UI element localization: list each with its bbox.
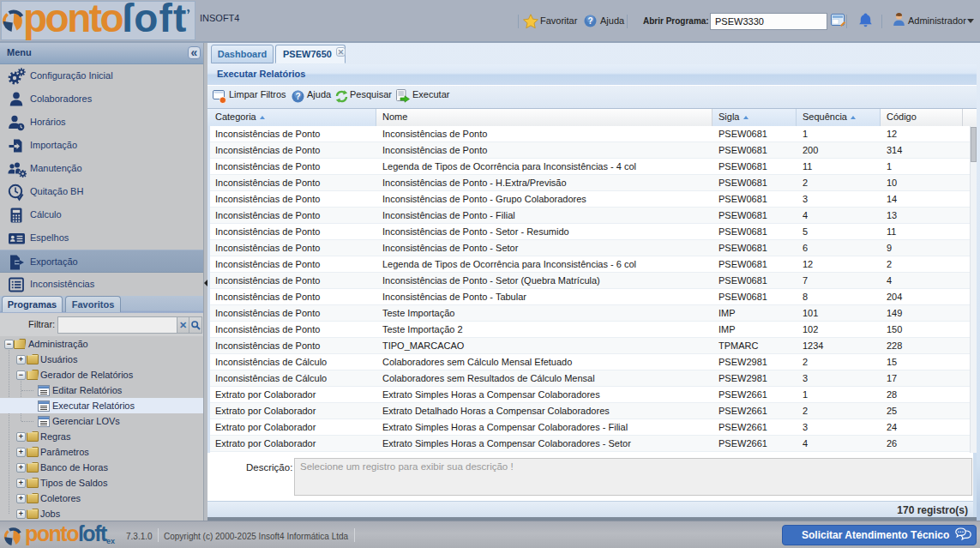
svg-text:?: ? bbox=[295, 92, 300, 101]
svg-text:?: ? bbox=[587, 16, 592, 26]
